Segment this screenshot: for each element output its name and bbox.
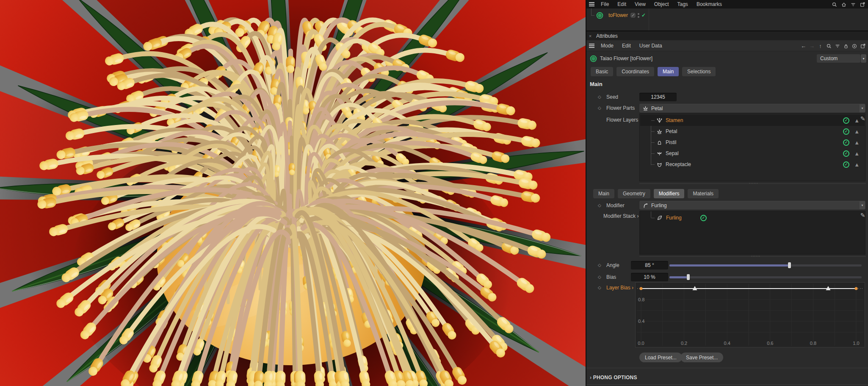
object-enabled-check-icon[interactable]: ✓ xyxy=(641,12,646,18)
hamburger-menu-icon[interactable] xyxy=(586,45,597,46)
om-menu-edit[interactable]: Edit xyxy=(613,1,630,7)
edit-layer-icon[interactable] xyxy=(630,13,636,18)
seed-input[interactable]: 12345 xyxy=(639,93,677,101)
enabled-check-icon[interactable]: ✓ xyxy=(843,139,849,146)
close-icon[interactable]: × xyxy=(586,33,594,39)
stamen-icon xyxy=(656,117,663,124)
search-icon[interactable] xyxy=(826,43,832,49)
angle-slider-handle[interactable] xyxy=(788,262,791,268)
modifier-stack-list[interactable]: Furling ✓ xyxy=(639,211,865,255)
save-preset-button[interactable]: Save Preset... xyxy=(680,353,723,362)
stack-row-furling[interactable]: Furling ✓ xyxy=(640,212,865,223)
lock-icon[interactable] xyxy=(843,43,849,49)
load-preset-button[interactable]: Load Preset... xyxy=(639,353,682,362)
bias-slider[interactable] xyxy=(669,276,862,278)
tab-basic[interactable]: Basic xyxy=(591,67,613,76)
splitter-dots[interactable]: ······ xyxy=(751,254,760,258)
home-icon[interactable] xyxy=(840,1,847,8)
back-arrow-icon[interactable]: ← xyxy=(800,43,807,49)
layer-bias-label[interactable]: Layer Bias › xyxy=(606,285,633,291)
object-name[interactable]: toFlower xyxy=(608,12,628,18)
phong-options-header[interactable]: › PHONG OPTIONS xyxy=(590,375,637,380)
flower-layers-list[interactable]: Stamen ✓ ▲ Petal ✓ ▲ Pistil ✓ ▲ xyxy=(639,114,865,181)
target-icon[interactable] xyxy=(851,43,857,49)
tab-main[interactable]: Main xyxy=(658,67,679,76)
keyframe-diamond-icon[interactable]: ◇ xyxy=(598,203,601,208)
tab-part-main[interactable]: Main xyxy=(593,189,614,198)
enabled-check-icon[interactable]: ✓ xyxy=(843,117,849,124)
angle-input[interactable]: 85 ° xyxy=(631,261,668,269)
angle-slider[interactable] xyxy=(669,264,862,267)
splitter-dots[interactable]: ······ xyxy=(749,181,758,185)
state-triangle-icon[interactable]: ▲ xyxy=(854,118,860,123)
layer-name[interactable]: Petal xyxy=(666,128,677,134)
layer-row-sepal[interactable]: Sepal ✓ ▲ xyxy=(640,148,865,159)
enabled-check-icon[interactable]: ✓ xyxy=(843,150,849,157)
enabled-check-icon[interactable]: ✓ xyxy=(700,215,707,221)
modifier-stack-label[interactable]: Modifier Stack › xyxy=(603,213,639,219)
forward-arrow-icon[interactable]: → xyxy=(809,43,815,49)
om-menu-tags[interactable]: Tags xyxy=(673,1,692,7)
layer-name[interactable]: Receptacle xyxy=(666,161,691,167)
svg-text:0.4: 0.4 xyxy=(724,341,730,346)
viewport-3d[interactable] xyxy=(0,0,586,386)
layer-row-receptacle[interactable]: Receptacle ✓ ▲ xyxy=(640,159,865,170)
preset-dropdown[interactable]: Custom xyxy=(817,54,860,63)
bias-slider-handle[interactable] xyxy=(687,274,690,280)
layer-row-pistil[interactable]: Pistil ✓ ▲ xyxy=(640,137,865,148)
bias-input[interactable]: 10 % xyxy=(631,273,668,281)
leaf-icon xyxy=(656,214,663,221)
keyframe-diamond-icon[interactable]: ◇ xyxy=(598,285,601,290)
om-menu-file[interactable]: File xyxy=(597,1,613,7)
tab-modifiers[interactable]: Modifiers xyxy=(654,189,685,198)
layer-bias-spline-graph[interactable]: 0.80.40.00.20.40.60.81.0 xyxy=(635,282,865,347)
keyframe-diamond-icon[interactable]: ◇ xyxy=(598,275,601,279)
preset-dropdown-arrow[interactable]: ▾ xyxy=(861,54,866,63)
layer-row-petal[interactable]: Petal ✓ ▲ xyxy=(640,126,865,137)
om-menu-view[interactable]: View xyxy=(630,1,650,7)
popout-icon[interactable] xyxy=(860,43,866,49)
layer-name[interactable]: Pistil xyxy=(666,139,676,145)
bias-slider-fill xyxy=(669,276,688,278)
filter-icon[interactable] xyxy=(834,43,840,49)
flower-layers-label[interactable]: Flower Layers › xyxy=(606,117,641,123)
tab-geometry[interactable]: Geometry xyxy=(618,189,650,198)
tab-coordinates[interactable]: Coordinates xyxy=(616,67,654,76)
popout-icon[interactable] xyxy=(859,1,865,8)
filter-icon[interactable] xyxy=(850,1,856,8)
attr-menu-userdata[interactable]: User Data xyxy=(635,43,666,49)
search-icon[interactable] xyxy=(831,1,838,8)
up-arrow-icon[interactable]: ↑ xyxy=(817,43,824,49)
keyframe-diamond-icon[interactable]: ◇ xyxy=(598,106,601,110)
state-triangle-icon[interactable]: ▲ xyxy=(854,151,860,156)
object-row-toflower[interactable]: toFlower ✓ xyxy=(591,10,646,20)
enabled-check-icon[interactable]: ✓ xyxy=(843,161,849,168)
layer-name[interactable]: Sepal xyxy=(666,150,679,156)
attr-menu-edit[interactable]: Edit xyxy=(618,43,635,49)
state-triangle-icon[interactable]: ▲ xyxy=(854,140,860,145)
tab-materials[interactable]: Materials xyxy=(688,189,719,198)
tab-selections[interactable]: Selections xyxy=(682,67,716,76)
om-menu-object[interactable]: Object xyxy=(650,1,673,7)
chevron-down-icon[interactable]: ▾ xyxy=(860,104,865,112)
attr-menu-mode[interactable]: Mode xyxy=(597,43,618,49)
flower-parts-dropdown[interactable]: Petal ▾ xyxy=(639,104,865,113)
stack-item-name[interactable]: Furling xyxy=(666,215,682,221)
state-triangle-icon[interactable]: ▲ xyxy=(854,162,860,167)
object-manager[interactable]: toFlower ✓ xyxy=(586,8,868,31)
pencil-edit-icon[interactable]: ✎ xyxy=(860,115,865,122)
state-triangle-icon[interactable]: ▲ xyxy=(854,129,860,134)
visibility-dots-icon[interactable] xyxy=(638,13,639,18)
layer-name[interactable]: Stamen xyxy=(666,117,683,123)
enabled-check-icon[interactable]: ✓ xyxy=(843,128,849,135)
keyframe-diamond-icon[interactable]: ◇ xyxy=(598,263,601,267)
keyframe-diamond-icon[interactable]: ◇ xyxy=(598,94,601,99)
layer-row-stamen[interactable]: Stamen ✓ ▲ xyxy=(640,115,865,126)
om-menu-bookmarks[interactable]: Bookmarks xyxy=(692,1,726,7)
pencil-edit-icon[interactable]: ✎ xyxy=(860,212,865,219)
chevron-down-icon[interactable]: ▾ xyxy=(860,201,865,209)
modifier-dropdown[interactable]: Furling ▾ xyxy=(639,201,865,210)
hamburger-menu-icon[interactable] xyxy=(586,4,597,5)
tree-branch xyxy=(651,142,655,143)
om-column-divider[interactable] xyxy=(649,8,649,31)
